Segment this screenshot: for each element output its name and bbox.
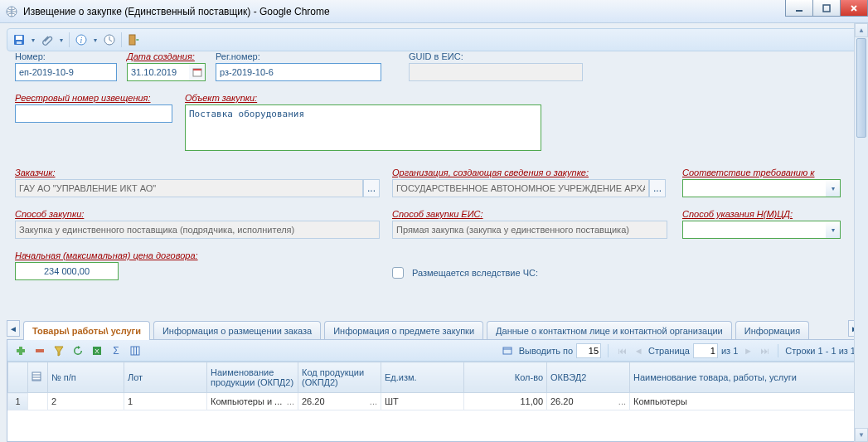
globe-icon <box>5 5 18 18</box>
chs-label: Размещается вследствие ЧС: <box>412 268 538 278</box>
grid-panel: X Σ Выводить по ⏮ ◄ Страница из 1 ► ⏭ Ст… <box>7 339 861 442</box>
separator <box>121 32 122 47</box>
customer-label: Заказчик: <box>15 168 380 177</box>
cell-qty[interactable]: 11,00 <box>464 393 547 410</box>
window-title: Извещение о закупке (Единственный постав… <box>23 6 330 17</box>
next-page-icon[interactable]: ► <box>741 344 754 357</box>
grid-header-row: № п/п Лот Наименование продукции (ОКПД2)… <box>8 362 861 393</box>
tab-contact-info[interactable]: Данные о контактном лице и контактной ор… <box>487 321 732 340</box>
output-by-label: Выводить по <box>519 346 573 356</box>
svg-text:X: X <box>95 347 99 355</box>
cell-okved2[interactable]: 26.20... <box>547 393 630 410</box>
svg-rect-1 <box>796 10 803 12</box>
compliance-dropdown-icon[interactable]: ▾ <box>826 179 841 197</box>
grid-col-name-okpd2[interactable]: Наименование продукции (ОКПД2) <box>207 362 298 393</box>
cell-name-okpd2[interactable]: Компьютеры и ...... <box>207 393 298 410</box>
grid-col-qty[interactable]: Кол-во <box>464 362 547 393</box>
attach-dropdown-icon[interactable]: ▾ <box>57 32 65 48</box>
grid-col-unit[interactable]: Ед.изм. <box>381 362 464 393</box>
add-row-icon[interactable] <box>12 342 29 359</box>
output-settings-icon[interactable] <box>499 342 516 359</box>
svg-rect-4 <box>16 36 22 40</box>
refresh-icon[interactable] <box>70 342 86 359</box>
guid-field <box>409 63 583 81</box>
tab-subject-info[interactable]: Информация о предмете закупки <box>324 321 483 340</box>
close-button[interactable] <box>840 0 868 17</box>
nmcd-method-label: Способ указания Н(М)ЦД: <box>682 209 841 219</box>
vertical-scrollbar[interactable]: ▲ ▼ <box>854 23 868 442</box>
scroll-up-icon[interactable]: ▲ <box>855 23 868 37</box>
save-icon[interactable] <box>11 32 27 48</box>
row-checkbox[interactable] <box>28 393 48 410</box>
number-label: Номер: <box>15 51 117 61</box>
cell-code-okpd2[interactable]: 26.20... <box>298 393 381 410</box>
chs-checkbox[interactable] <box>392 267 404 279</box>
table-row[interactable]: 1 2 1 Компьютеры и ...... 26.20... ШТ 11… <box>8 393 861 410</box>
org-creator-lookup-button[interactable]: ... <box>649 179 666 197</box>
org-creator-field <box>392 179 649 197</box>
number-field[interactable] <box>15 63 117 81</box>
prev-page-icon[interactable]: ◄ <box>632 344 645 357</box>
columns-icon[interactable] <box>127 342 143 359</box>
purchase-method-eis-label: Способ закупки ЕИС: <box>392 209 667 219</box>
compliance-field[interactable] <box>682 179 826 197</box>
grid-col-goods-name[interactable]: Наименование товара, работы, услуги <box>630 362 861 393</box>
last-page-icon[interactable]: ⏭ <box>758 344 771 357</box>
cell-npp[interactable]: 2 <box>48 393 124 410</box>
ellipsis-icon: ... <box>618 396 626 406</box>
grid-col-okved2[interactable]: ОКВЭД2 <box>547 362 630 393</box>
page-label: Страница <box>648 346 690 356</box>
minimize-button[interactable] <box>785 0 813 17</box>
pager: Выводить по ⏮ ◄ Страница из 1 ► ⏭ Строки… <box>499 342 856 359</box>
svg-rect-2 <box>823 5 830 12</box>
form-area: Номер: Дата создания: Рег.номер: GUID в … <box>7 51 861 442</box>
filter-icon[interactable] <box>51 342 67 359</box>
grid-col-npp[interactable]: № п/п <box>48 362 124 393</box>
page-input[interactable] <box>693 343 718 358</box>
main-toolbar: ▾ ▾ i ▾ <box>7 28 861 51</box>
delete-row-icon[interactable] <box>32 342 48 359</box>
export-excel-icon[interactable]: X <box>89 342 105 359</box>
org-creator-label: Организация, создающая сведения о закупк… <box>392 168 666 177</box>
reg-number-field[interactable] <box>216 63 381 81</box>
date-created-field[interactable] <box>127 63 189 81</box>
grid-col-selector2[interactable] <box>28 362 48 393</box>
cell-lot[interactable]: 1 <box>124 393 207 410</box>
first-page-icon[interactable]: ⏮ <box>615 344 628 357</box>
nmcd-dropdown-icon[interactable]: ▾ <box>826 221 841 239</box>
svg-text:i: i <box>80 36 83 45</box>
svg-rect-14 <box>36 349 44 352</box>
object-field[interactable]: Поставка оборудования <box>185 104 541 151</box>
initial-price-field[interactable] <box>15 262 119 280</box>
maximize-button[interactable] <box>812 0 841 17</box>
purchase-method-label: Способ закупки: <box>15 209 380 219</box>
grid-col-lot[interactable]: Лот <box>124 362 207 393</box>
output-by-input[interactable] <box>576 343 601 358</box>
save-dropdown-icon[interactable]: ▾ <box>29 32 37 48</box>
info-icon[interactable]: i <box>73 32 90 48</box>
tab-goods[interactable]: Товары\ работы\ услуги <box>23 321 150 340</box>
scroll-thumb[interactable] <box>856 38 866 138</box>
cell-unit[interactable]: ШТ <box>381 393 464 410</box>
info-dropdown-icon[interactable]: ▾ <box>91 32 99 48</box>
customer-lookup-button[interactable]: ... <box>363 179 380 197</box>
grid-col-selector[interactable] <box>8 362 28 393</box>
tabstrip: Товары\ работы\ услуги Информация о разм… <box>7 318 861 340</box>
paperclip-icon[interactable] <box>39 32 56 48</box>
grid-col-code-okpd2[interactable]: Код продукции (ОКПД2) <box>298 362 381 393</box>
tab-info[interactable]: Информация <box>735 321 809 340</box>
scroll-down-icon[interactable]: ▼ <box>855 428 868 442</box>
guid-label: GUID в ЕИС: <box>409 51 583 61</box>
door-icon[interactable] <box>125 32 142 48</box>
svg-rect-5 <box>17 41 22 44</box>
nmcd-method-field[interactable] <box>682 221 826 239</box>
grid-table: № п/п Лот Наименование продукции (ОКПД2)… <box>7 362 861 410</box>
registry-number-field[interactable] <box>15 104 172 123</box>
tab-placement-info[interactable]: Информация о размещении заказа <box>153 321 321 340</box>
grid-toolbar: X Σ Выводить по ⏮ ◄ Страница из 1 ► ⏭ Ст… <box>7 340 861 362</box>
sum-icon[interactable]: Σ <box>108 342 124 359</box>
calendar-icon[interactable] <box>189 63 206 81</box>
purchase-method-field <box>15 221 380 239</box>
cell-goods-name[interactable]: Компьютеры <box>630 393 861 410</box>
clock-icon[interactable] <box>101 32 118 48</box>
